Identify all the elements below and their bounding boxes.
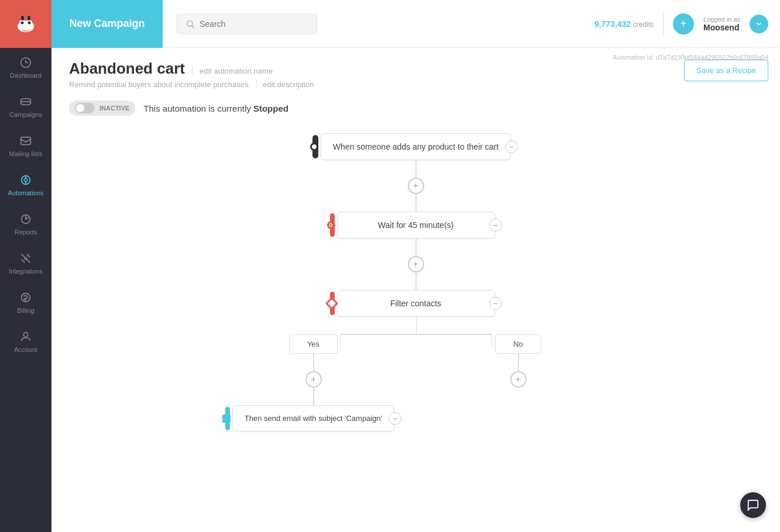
- add-yes[interactable]: +: [305, 371, 322, 388]
- trigger-node-box[interactable]: When someone adds any product to their c…: [321, 133, 511, 160]
- sidebar: Dashboard Campaigns Mailing lists Automa…: [0, 0, 51, 532]
- automation-title: Abandoned cart: [69, 60, 185, 78]
- svg-point-4: [21, 22, 24, 25]
- vline-no: [492, 334, 492, 346]
- yes-label[interactable]: Yes: [289, 334, 338, 354]
- trigger-minus-btn[interactable]: −: [505, 140, 518, 153]
- vline-4: [415, 272, 417, 290]
- status-bar: INACTIVE This automation is currently St…: [69, 101, 762, 116]
- sidebar-item-account[interactable]: Account: [0, 322, 51, 361]
- page-title: New Campaign: [69, 18, 145, 30]
- add-between-2[interactable]: +: [408, 256, 424, 272]
- vline-2: [415, 194, 417, 212]
- node-dot: [310, 143, 318, 151]
- email-minus-btn[interactable]: −: [389, 412, 401, 425]
- svg-rect-7: [28, 16, 30, 20]
- search-input[interactable]: [200, 19, 293, 29]
- add-no[interactable]: +: [510, 371, 527, 388]
- wait-dot-red: D: [327, 221, 335, 229]
- content-area: Automation Id: d7a7d230ef944a4295922b0c6…: [51, 48, 780, 532]
- add-button[interactable]: +: [673, 13, 694, 34]
- svg-rect-6: [21, 16, 24, 20]
- logged-in-area: Logged in as Moosend: [703, 16, 740, 32]
- edit-name-link[interactable]: edit automation name: [192, 67, 273, 75]
- inactive-toggle[interactable]: INACTIVE: [69, 101, 135, 116]
- sidebar-dashboard-label: Dashboard: [10, 72, 42, 79]
- sidebar-billing-label: Billing: [17, 307, 34, 314]
- sidebar-item-integrations[interactable]: Integrations: [0, 244, 51, 283]
- no-label[interactable]: No: [495, 334, 541, 354]
- email-node-box[interactable]: Then send email with subject 'Campaign': [232, 405, 394, 431]
- sidebar-mailing-label: Mailing lists: [9, 150, 43, 157]
- filter-node-box[interactable]: Filter contacts: [337, 290, 495, 317]
- sidebar-item-dashboard[interactable]: Dashboard: [0, 48, 51, 87]
- sidebar-campaigns-label: Campaigns: [9, 111, 42, 118]
- wait-minus-btn[interactable]: −: [489, 219, 502, 232]
- svg-rect-9: [21, 137, 31, 145]
- edit-description-link[interactable]: edit description: [256, 80, 314, 89]
- credits-label: credits: [633, 20, 654, 29]
- main-area: New Campaign 9,773,432 credits + Logged …: [51, 0, 780, 532]
- header-search-area: [163, 14, 595, 34]
- header-title-area: New Campaign: [51, 0, 163, 48]
- chat-icon: [747, 499, 760, 512]
- vline-yes-3: [313, 388, 314, 405]
- status-text: This automation is currently Stopped: [143, 103, 288, 113]
- email-dot-teal: [222, 414, 231, 423]
- header: New Campaign 9,773,432 credits + Logged …: [51, 0, 780, 48]
- trigger-text: When someone adds any product to their c…: [333, 142, 499, 151]
- save-recipe-button[interactable]: Save as a Recipe: [684, 60, 768, 81]
- svg-point-15: [23, 333, 28, 337]
- sidebar-item-mailing-lists[interactable]: Mailing lists: [0, 126, 51, 165]
- hline-branch: [340, 334, 492, 335]
- wait-node-box[interactable]: Wait for 45 minute(s): [337, 212, 495, 239]
- wait-node[interactable]: D Wait for 45 minute(s) −: [337, 212, 495, 239]
- status-value: Stopped: [253, 103, 288, 113]
- logged-in-label: Logged in as: [703, 16, 740, 23]
- search-icon: [185, 19, 195, 29]
- email-node[interactable]: Then send email with subject 'Campaign' …: [232, 405, 394, 431]
- wait-text: Wait for 45 minute(s): [378, 220, 453, 230]
- vline-center: [416, 317, 417, 334]
- page-header: Abandoned cart edit automation name: [69, 60, 762, 78]
- toggle-switch: [75, 103, 95, 113]
- filter-diamond: [325, 297, 338, 310]
- chat-bubble[interactable]: [740, 492, 766, 518]
- sidebar-integrations-label: Integrations: [9, 268, 42, 275]
- branch-no: No +: [416, 334, 621, 388]
- logo[interactable]: [0, 0, 51, 48]
- trigger-node[interactable]: When someone adds any product to their c…: [321, 133, 511, 160]
- branch-container: Yes + Then send email with subject 'Camp…: [211, 317, 621, 431]
- credits-count: 9,773,432: [595, 19, 631, 29]
- vline-3: [415, 239, 417, 256]
- sidebar-item-automations[interactable]: Automations: [0, 165, 51, 205]
- filter-minus-btn[interactable]: −: [489, 297, 502, 310]
- header-divider: [663, 12, 664, 36]
- sidebar-reports-label: Reports: [15, 229, 37, 236]
- branch-row: Yes + Then send email with subject 'Camp…: [211, 334, 621, 431]
- toggle-knob: [76, 104, 84, 112]
- filter-node[interactable]: Filter contacts −: [337, 290, 495, 317]
- page-description: Remind potential buyers about incomplete…: [69, 80, 250, 89]
- sidebar-automations-label: Automations: [8, 189, 43, 196]
- filter-text: Filter contacts: [390, 299, 441, 308]
- sidebar-item-reports[interactable]: Reports: [0, 205, 51, 244]
- chevron-down-icon: [755, 20, 763, 28]
- svg-point-5: [28, 22, 31, 25]
- sidebar-item-billing[interactable]: Billing: [0, 283, 51, 322]
- branch-yes: Yes + Then send email with subject 'Camp…: [211, 334, 416, 431]
- svg-point-11: [24, 178, 28, 182]
- search-box[interactable]: [177, 14, 317, 34]
- svg-point-13: [25, 257, 27, 260]
- sidebar-item-campaigns[interactable]: Campaigns: [0, 87, 51, 126]
- toggle-label: INACTIVE: [99, 105, 129, 112]
- vline-no-2: [518, 354, 519, 371]
- add-between-1[interactable]: +: [408, 178, 424, 194]
- svg-point-16: [187, 20, 193, 26]
- email-text: Then send email with subject 'Campaign': [245, 414, 382, 423]
- logged-in-user: Moosend: [703, 23, 740, 32]
- header-right: 9,773,432 credits + Logged in as Moosend: [595, 12, 780, 36]
- page-description-area: Remind potential buyers about incomplete…: [69, 80, 762, 89]
- user-dropdown-button[interactable]: [750, 15, 768, 33]
- credits-area: 9,773,432 credits: [595, 19, 654, 29]
